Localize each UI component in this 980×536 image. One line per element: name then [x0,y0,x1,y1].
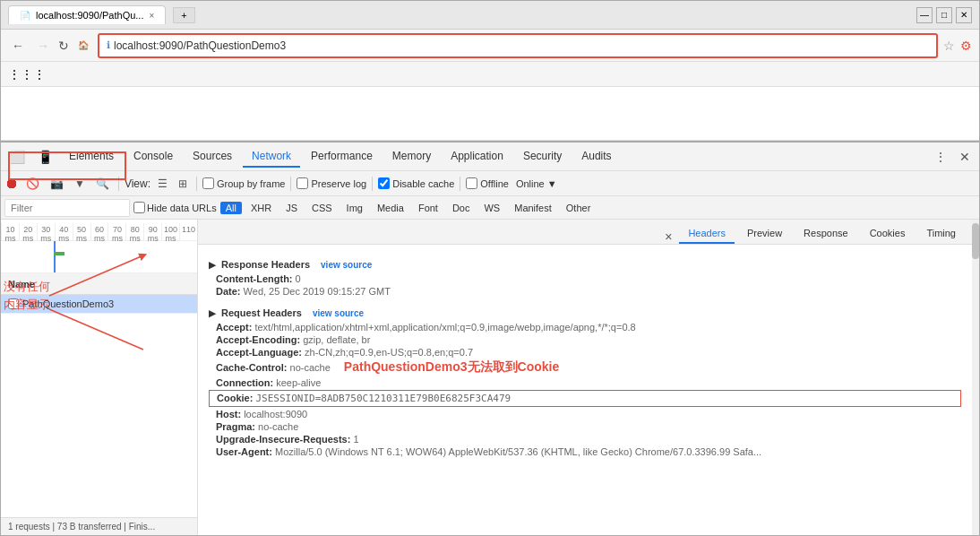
tab-performance[interactable]: Performance [302,146,382,168]
devtools-device-icon[interactable]: 📱 [32,146,58,168]
filter-type-all[interactable]: All [220,202,242,214]
filter-input[interactable] [4,199,130,217]
filter-type-font[interactable]: Font [413,202,443,214]
devtools-inspect-icon[interactable]: ⬜ [4,146,30,168]
browser-window: 📄 localhost:9090/PathQu... × + — □ ✕ ← →… [0,0,980,536]
cookie-val: JSESSIONID=8ADB750C1210311E79B0E6825F3CA… [255,393,511,404]
nav-bar: ← → ↻ 🏠 ℹ localhost:9090/PathQuestionDem… [1,30,979,62]
response-view-source-link[interactable]: view source [321,260,372,270]
disable-cache-input[interactable] [378,177,390,189]
request-item[interactable]: PathQuestionDemo3 [1,295,197,314]
new-tab-button[interactable]: + [173,7,194,23]
timeline-mark-90: 90 ms [143,223,161,240]
filter-type-manifest[interactable]: Manifest [509,202,557,214]
scrollbar-thumb[interactable] [972,223,979,259]
bookmark-star-button[interactable]: ☆ [943,39,955,53]
capture-button[interactable]: 📷 [47,176,67,192]
detail-tab-response[interactable]: Response [795,224,857,244]
detail-close-btn[interactable]: × [661,229,675,244]
bookmarks-bar: ⋮⋮⋮ [1,62,979,87]
preserve-log-checkbox[interactable]: Preserve log [297,177,366,189]
request-section-toggle[interactable]: ▶ [209,308,216,318]
forward-button[interactable]: → [33,35,53,56]
scrollbar[interactable] [972,220,979,535]
back-button[interactable]: ← [8,35,28,56]
cache-control-val: no-cache [290,362,331,373]
offline-checkbox[interactable]: Offline [466,177,509,189]
apps-icon[interactable]: ⋮⋮⋮ [8,67,46,82]
search-button[interactable]: 🔍 [92,176,113,192]
home-button: 🏠 [74,37,92,54]
accept-language-val: zh-CN,zh;q=0.9,en-US;q=0.8,en;q=0.7 [305,347,473,358]
timeline-bars [1,241,197,273]
cache-control-key: Cache-Control: [216,362,287,373]
tab-network[interactable]: Network [243,146,300,168]
preserve-log-input[interactable] [297,177,308,189]
clear-button[interactable]: 🚫 [22,176,43,192]
detail-tab-cookies[interactable]: Cookies [861,224,915,244]
accept-val: text/html,application/xhtml+xml,applicat… [254,322,635,333]
tab-close-btn[interactable]: × [149,11,154,21]
host-val: localhost:9090 [244,409,307,419]
filter-type-media[interactable]: Media [372,202,409,214]
timeline-mark-110: 110 [179,223,197,240]
devtools-more-icon[interactable]: ⋮ [929,146,952,168]
detail-tab-preview[interactable]: Preview [738,224,791,244]
upgrade-key: Upgrade-Insecure-Requests: [216,434,350,445]
accept-encoding-row: Accept-Encoding: gzip, deflate, br [209,334,961,345]
lock-icon: ℹ [107,39,110,51]
tab-application[interactable]: Application [442,146,512,168]
detail-tab-timing[interactable]: Timing [917,224,965,244]
filter-type-css[interactable]: CSS [306,202,338,214]
view-list-button[interactable]: ☰ [154,176,171,192]
details-panel: × Headers Preview Response Cookies Timin… [198,220,972,535]
minimize-button[interactable]: — [916,7,933,23]
tab-favicon: 📄 [20,11,30,21]
tab-console[interactable]: Console [125,146,182,168]
reload-button[interactable]: ↻ [58,39,69,53]
filter-type-doc[interactable]: Doc [447,202,476,214]
request-headers-label: Request Headers [221,307,302,318]
devtools-close-icon[interactable]: ✕ [954,146,976,168]
hide-data-urls-input[interactable] [133,202,145,213]
timeline-area: 10 ms 20 ms 30 ms 40 ms 50 ms 60 ms 70 m… [1,220,197,273]
tab-security[interactable]: Security [514,146,571,168]
request-panel: 10 ms 20 ms 30 ms 40 ms 50 ms 60 ms 70 m… [1,220,198,535]
detail-tab-headers[interactable]: Headers [679,224,735,244]
response-headers-label: Response Headers [221,259,310,270]
tab-audits[interactable]: Audits [572,146,620,168]
request-checkbox[interactable] [8,298,19,309]
filter-type-js[interactable]: JS [280,202,303,214]
group-by-frame-checkbox[interactable]: Group by frame [202,177,285,189]
status-bar: 1 requests | 73 B transferred | Finis... [1,517,197,535]
connection-row: Connection: keep-alive [209,377,961,388]
online-dropdown[interactable]: Online ▼ [516,178,557,189]
response-section-toggle[interactable]: ▶ [209,260,216,270]
browser-tab[interactable]: 📄 localhost:9090/PathQu... × [8,5,166,24]
maximize-button[interactable]: □ [936,7,952,23]
accept-encoding-key: Accept-Encoding: [216,334,300,345]
filter-toggle[interactable]: ▼ [71,176,89,192]
filter-type-ws[interactable]: WS [478,202,505,214]
address-bar[interactable]: ℹ localhost:9090/PathQuestionDemo3 [98,33,938,58]
filter-type-other[interactable]: Other [561,202,597,214]
group-by-frame-input[interactable] [202,177,214,189]
tab-sources[interactable]: Sources [184,146,241,168]
timeline-bar-green [54,252,64,255]
view-grid-button[interactable]: ⊞ [175,176,191,192]
tab-memory[interactable]: Memory [383,146,440,168]
date-key: Date: [216,286,241,297]
disable-cache-checkbox[interactable]: Disable cache [378,177,454,189]
request-view-source-link[interactable]: view source [313,308,364,318]
menu-button[interactable]: ⚙ [960,39,972,53]
close-button[interactable]: ✕ [956,7,972,23]
tab-elements[interactable]: Elements [60,146,123,168]
offline-input[interactable] [466,177,477,189]
timeline-mark-10: 10 ms [1,223,19,240]
filter-type-img[interactable]: Img [341,202,368,214]
filter-type-xhr[interactable]: XHR [245,202,277,214]
record-button[interactable]: ⏺ [4,176,19,192]
divider5 [460,177,460,191]
hide-data-urls-checkbox[interactable]: Hide data URLs [133,202,217,213]
date-row: Date: Wed, 25 Dec 2019 09:15:27 GMT [209,286,961,297]
